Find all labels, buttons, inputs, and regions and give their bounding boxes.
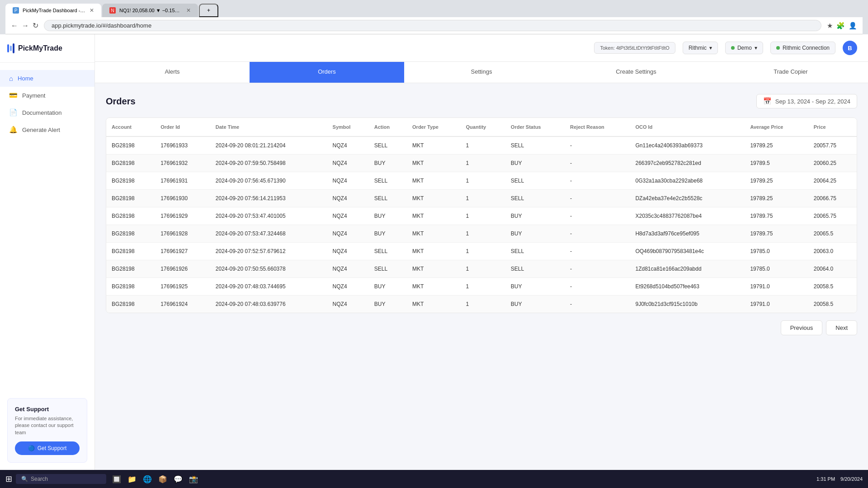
- table-cell: 1: [461, 296, 505, 313]
- sidebar-item-documentation[interactable]: 📄 Documentation: [0, 104, 94, 121]
- taskbar-icon-5[interactable]: 💬: [171, 472, 185, 486]
- taskbar: ⊞ 🔍 Search 🔲 📁 🌐 📦 💬 📸 1:31 PM 9/20/2024: [0, 470, 868, 488]
- account-type-chevron-icon: ▾: [755, 45, 757, 51]
- tab-favicon-2: N: [109, 7, 116, 14]
- taskbar-icons: 🔲 📁 🌐 📦 💬 📸: [110, 472, 200, 486]
- documentation-icon: 📄: [9, 108, 18, 117]
- table-cell: 1: [461, 172, 505, 190]
- tab-close-1[interactable]: ✕: [90, 7, 94, 14]
- refresh-button[interactable]: ↻: [33, 21, 38, 30]
- calendar-icon: 📅: [763, 97, 772, 105]
- col-datetime: Date Time: [210, 118, 327, 136]
- table-cell: NQZ4: [327, 136, 369, 155]
- table-cell: BG28198: [106, 278, 155, 296]
- table-cell: SELL: [505, 190, 565, 207]
- table-cell: NQZ4: [327, 207, 369, 225]
- url-input[interactable]: [44, 20, 821, 31]
- table-cell: 176961928: [155, 225, 210, 243]
- tab-close-2[interactable]: ✕: [186, 7, 191, 14]
- table-cell: 19789.5: [745, 155, 808, 172]
- bookmark-icon[interactable]: ★: [827, 22, 833, 30]
- table-cell: BUY: [505, 278, 565, 296]
- home-icon: ⌂: [9, 75, 13, 82]
- table-cell: BUY: [505, 225, 565, 243]
- table-cell: MKT: [407, 172, 460, 190]
- table-cell: 176961927: [155, 243, 210, 260]
- table-cell: 20064.25: [808, 172, 857, 190]
- tab-nav: Alerts Orders Settings Create Settings T…: [95, 62, 868, 83]
- profile-icon[interactable]: 👤: [849, 22, 857, 30]
- col-oco-id: OCO Id: [630, 118, 745, 136]
- table-cell: SELL: [505, 136, 565, 155]
- previous-button[interactable]: Previous: [781, 320, 823, 335]
- table-cell: BUY: [369, 225, 407, 243]
- table-cell: 176961924: [155, 296, 210, 313]
- table-cell: OQ469b0879079583481e4c: [630, 243, 745, 260]
- table-cell: MKT: [407, 278, 460, 296]
- date-range[interactable]: 📅 Sep 13, 2024 - Sep 22, 2024: [756, 94, 857, 108]
- table-cell: BG28198: [106, 190, 155, 207]
- table-cell: Et9268d5104bd507fee463: [630, 278, 745, 296]
- col-order-status: Order Status: [505, 118, 565, 136]
- search-placeholder: Search: [31, 476, 48, 482]
- table-cell: NQZ4: [327, 225, 369, 243]
- taskbar-time: 1:31 PM: [816, 476, 835, 482]
- table-cell: -: [565, 260, 630, 278]
- table-cell: MKT: [407, 155, 460, 172]
- main-content: Token: 4tPt3t5tLtDtYt9tFtItFtItO Rithmic…: [95, 34, 868, 470]
- start-button[interactable]: ⊞: [5, 474, 12, 484]
- col-avg-price: Average Price: [745, 118, 808, 136]
- table-cell: -: [565, 225, 630, 243]
- table-cell: 2024-09-20 07:50:55.660378: [210, 260, 327, 278]
- sidebar-item-payment[interactable]: 💳 Payment: [0, 87, 94, 104]
- table-cell: 20065.75: [808, 207, 857, 225]
- taskbar-icon-3[interactable]: 🌐: [141, 472, 154, 486]
- table-cell: 1: [461, 260, 505, 278]
- account-type-dropdown[interactable]: Demo ▾: [725, 42, 763, 54]
- back-button[interactable]: ←: [11, 21, 18, 30]
- address-bar: ← → ↻ ★ 🧩 👤: [5, 17, 863, 34]
- taskbar-icon-1[interactable]: 🔲: [110, 472, 123, 486]
- get-support-widget: Get Support For immediate assistance, pl…: [7, 398, 87, 463]
- logo-text: PickMyTrade: [18, 44, 62, 52]
- tab-settings[interactable]: Settings: [404, 62, 559, 83]
- sidebar-item-documentation-label: Documentation: [22, 109, 61, 116]
- table-cell: BG28198: [106, 172, 155, 190]
- table-cell: NQZ4: [327, 278, 369, 296]
- browser-tab-2[interactable]: N NQ1! 20,058.00 ▼ −0.15% Un... ✕: [102, 4, 198, 17]
- tab-alerts[interactable]: Alerts: [95, 62, 250, 83]
- extensions-icon[interactable]: 🧩: [836, 22, 845, 30]
- table-cell: 19785.0: [745, 260, 808, 278]
- browser-tab-1[interactable]: P PickMyTrade Dashboard - Mar... ✕: [5, 4, 101, 17]
- table-cell: 2024-09-20 07:52:57.679612: [210, 243, 327, 260]
- taskbar-search[interactable]: 🔍 Search: [16, 474, 106, 484]
- next-button[interactable]: Next: [826, 320, 857, 335]
- table-header-row: Account Order Id Date Time Symbol Action…: [106, 118, 857, 136]
- tab-orders[interactable]: Orders: [250, 62, 404, 83]
- tab-create-settings[interactable]: Create Settings: [559, 62, 713, 83]
- taskbar-icon-4[interactable]: 📦: [156, 472, 170, 486]
- tab-trade-copier[interactable]: Trade Copier: [713, 62, 868, 83]
- get-support-button[interactable]: 🔵 Get Support: [15, 441, 80, 455]
- table-row: BG281981769619312024-09-20 07:56:45.6713…: [106, 172, 857, 190]
- taskbar-icon-6[interactable]: 📸: [187, 472, 200, 486]
- new-tab-button[interactable]: +: [199, 4, 218, 17]
- user-avatar[interactable]: B: [843, 41, 857, 55]
- connection-status[interactable]: Rithmic Connection: [770, 42, 835, 54]
- forward-button[interactable]: →: [22, 21, 29, 30]
- table-cell: 20058.5: [808, 278, 857, 296]
- table-cell: 20063.0: [808, 243, 857, 260]
- taskbar-icon-2[interactable]: 📁: [125, 472, 139, 486]
- table-cell: 176961926: [155, 260, 210, 278]
- sidebar-item-home[interactable]: ⌂ Home: [0, 70, 94, 87]
- table-cell: SELL: [505, 243, 565, 260]
- table-cell: BG28198: [106, 155, 155, 172]
- sidebar-item-generate-alert[interactable]: 🔔 Generate Alert: [0, 121, 94, 138]
- broker-dropdown[interactable]: Rithmic ▾: [683, 42, 718, 54]
- col-quantity: Quantity: [461, 118, 505, 136]
- table-cell: 1: [461, 136, 505, 155]
- table-cell: -: [565, 296, 630, 313]
- table-row: BG281981769619302024-09-20 07:56:14.2119…: [106, 190, 857, 207]
- table-cell: BUY: [505, 207, 565, 225]
- get-support-description: For immediate assistance, please contact…: [15, 415, 80, 436]
